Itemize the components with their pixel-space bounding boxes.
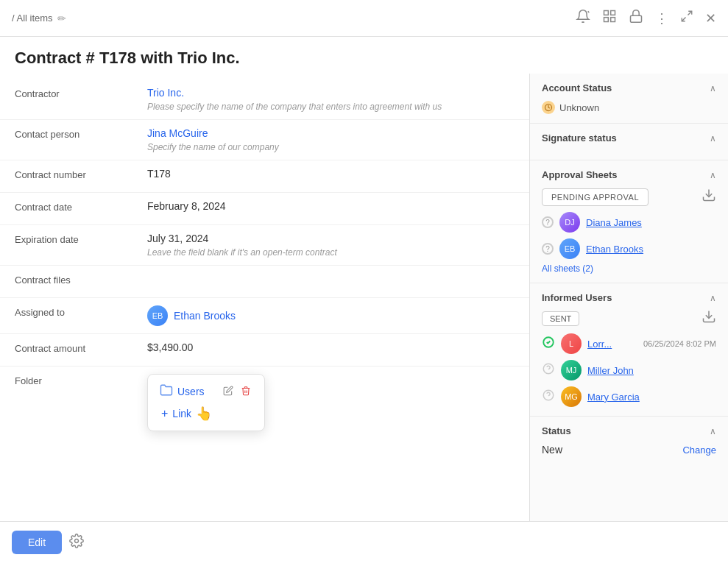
svg-rect-2 <box>611 11 615 15</box>
folder-popup: Users + Link 👆 <box>147 374 265 431</box>
contractor-label: Contractor <box>15 87 147 99</box>
signature-status-section: Signature status ∧ <box>530 124 728 160</box>
link-label[interactable]: Link <box>172 408 191 419</box>
cursor-icon: 👆 <box>196 406 212 422</box>
assigned-avatar: EB <box>147 305 168 326</box>
contractor-link[interactable]: Trio Inc. <box>147 87 184 99</box>
mary-question-icon <box>542 389 555 405</box>
lorr-meta: 06/25/2024 8:02 PM <box>643 339 716 348</box>
expiration-date-value: July 31, 2024 Leave the field blank if i… <box>147 233 515 258</box>
contact-person-link[interactable]: Jina McGuire <box>147 127 208 139</box>
bell-icon[interactable] <box>576 9 590 27</box>
miller-avatar: MJ <box>561 360 582 380</box>
status-clock-icon <box>542 101 555 114</box>
folder-icon <box>160 383 173 400</box>
close-icon[interactable]: ✕ <box>705 10 716 26</box>
svg-rect-3 <box>604 18 609 22</box>
account-status-chevron[interactable]: ∧ <box>710 83 716 93</box>
folder-edit-button[interactable] <box>222 384 235 400</box>
breadcrumb-edit-icon[interactable]: ✏ <box>57 13 66 24</box>
change-button[interactable]: Change <box>682 445 716 456</box>
contractor-value: Trio Inc. Please specify the name of the… <box>147 87 515 112</box>
svg-line-0 <box>588 11 590 13</box>
status-row: New Change <box>542 444 716 456</box>
approver-item: ? DJ Diana James <box>542 212 716 233</box>
approver-item-ethan: ? EB Ethan Brooks <box>542 238 716 259</box>
grid-icon[interactable] <box>602 9 617 27</box>
contract-amount-row: Contract amount $3,490.00 <box>0 334 529 367</box>
lorr-check-icon <box>542 336 555 352</box>
approval-header-row: PENDING APPROVAL <box>542 188 716 206</box>
contract-number-row: Contract number T178 <box>0 160 529 193</box>
status-chevron[interactable]: ∧ <box>710 426 716 436</box>
status-title: Status <box>542 425 571 436</box>
informed-item-mary: MG Mary Garcia <box>542 386 716 407</box>
contract-date-label: Contract date <box>15 200 147 213</box>
link-button[interactable]: + Link 👆 <box>160 406 252 422</box>
sent-row: SENT <box>542 309 716 327</box>
folder-name[interactable]: Users <box>177 386 205 397</box>
pending-approval-button[interactable]: PENDING APPROVAL <box>542 188 649 206</box>
approval-sheets-chevron[interactable]: ∧ <box>710 170 716 180</box>
approver-ethan-name[interactable]: Ethan Brooks <box>586 244 643 255</box>
contractor-row: Contractor Trio Inc. Please specify the … <box>0 79 529 120</box>
all-sheets-link[interactable]: All sheets (2) <box>542 263 716 274</box>
status-section: Status ∧ New Change <box>530 417 728 464</box>
assigned-to-label: Assigned to <box>15 305 147 318</box>
sent-badge: SENT <box>542 311 579 326</box>
more-icon[interactable]: ⋮ <box>655 10 668 26</box>
breadcrumb: / All items ✏ <box>12 13 66 24</box>
informed-item-lorr: L Lorr... 06/25/2024 8:02 PM <box>542 333 716 354</box>
assigned-link[interactable]: Ethan Brooks <box>174 310 236 322</box>
contact-person-label: Contact person <box>15 127 147 140</box>
folder-delete-button[interactable] <box>239 384 252 400</box>
assigned-to-row: Assigned to EB Ethan Brooks <box>0 298 529 334</box>
folder-actions <box>222 384 252 400</box>
approver-diana-name[interactable]: Diana James <box>586 217 642 228</box>
svg-line-7 <box>682 18 685 21</box>
contract-files-row: Contract files <box>0 266 529 298</box>
right-panel: Account Status ∧ Unknown Signature statu… <box>529 74 728 521</box>
edit-button[interactable]: Edit <box>12 531 62 554</box>
svg-line-6 <box>688 11 692 15</box>
informed-item-miller: MJ Miller John <box>542 360 716 380</box>
miller-name[interactable]: Miller John <box>587 365 634 376</box>
header-icons: ⋮ ✕ <box>576 9 716 27</box>
signature-status-title: Signature status <box>542 132 617 144</box>
main-layout: Contractor Trio Inc. Please specify the … <box>0 74 728 521</box>
settings-icon[interactable] <box>69 534 84 552</box>
svg-point-16 <box>75 539 79 542</box>
status-value: New <box>542 444 562 456</box>
informed-download-icon[interactable] <box>702 309 716 327</box>
expiration-date-row: Expiration date July 31, 2024 Leave the … <box>0 225 529 266</box>
expiration-hint: Leave the field blank if it's an open-te… <box>147 247 515 258</box>
all-items-link[interactable]: / All items <box>12 13 53 24</box>
lock-icon[interactable] <box>629 9 643 27</box>
approver-diana-avatar: DJ <box>559 212 580 233</box>
informed-users-section: Informed Users ∧ SENT L Lorr... <box>530 283 728 417</box>
contractor-hint: Please specify the name of the company t… <box>147 102 515 112</box>
title-bar: Contract # T178 with Trio Inc. <box>0 37 728 74</box>
contract-date-value: February 8, 2024 <box>147 200 515 212</box>
left-panel: Contractor Trio Inc. Please specify the … <box>0 74 529 521</box>
folder-item: Users <box>160 383 252 400</box>
contract-number-value: T178 <box>147 168 515 180</box>
contract-files-label: Contract files <box>15 273 147 286</box>
contact-person-row: Contact person Jina McGuire Specify the … <box>0 120 529 160</box>
informed-list: L Lorr... 06/25/2024 8:02 PM MJ Miller J… <box>542 333 716 407</box>
informed-users-chevron[interactable]: ∧ <box>710 293 716 303</box>
page-title: Contract # T178 with Trio Inc. <box>15 49 713 68</box>
approver-ethan-status: ? <box>542 243 554 255</box>
download-icon[interactable] <box>702 188 716 206</box>
lorr-name[interactable]: Lorr... <box>587 339 612 350</box>
mary-name[interactable]: Mary Garcia <box>587 392 640 403</box>
folder-row: Folder Users <box>0 367 529 439</box>
expand-icon[interactable] <box>680 10 693 26</box>
footer: Edit <box>0 521 728 563</box>
signature-status-chevron[interactable]: ∧ <box>710 133 716 144</box>
approver-ethan-avatar: EB <box>559 238 580 259</box>
contract-date-row: Contract date February 8, 2024 <box>0 193 529 225</box>
approval-sheets-header: Approval Sheets ∧ <box>542 169 716 180</box>
account-status-title: Account Status <box>542 82 612 93</box>
svg-rect-5 <box>631 15 642 22</box>
